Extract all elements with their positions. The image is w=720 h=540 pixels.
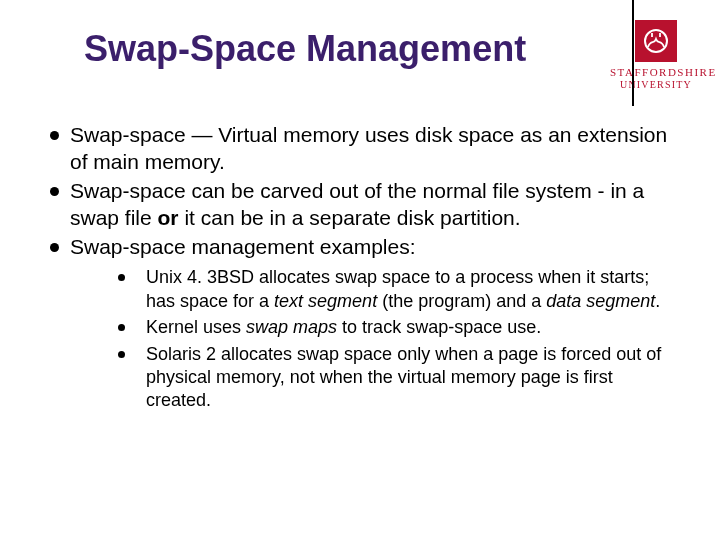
logo-line2: UNIVERSITY <box>610 79 702 91</box>
title-block: Swap-Space Management <box>84 28 604 70</box>
content-area: Swap-space — Virtual memory uses disk sp… <box>50 122 680 416</box>
sub-text-ital: data segment <box>546 291 655 311</box>
bullet-text: Swap-space — Virtual memory uses disk sp… <box>70 123 667 173</box>
sub-bullet-item: Solaris 2 allocates swap space only when… <box>118 343 680 413</box>
sub-text-seg: Solaris 2 allocates swap space only when… <box>146 344 661 411</box>
bullet-text-seg: it can be in a separate disk partition. <box>179 206 521 229</box>
bullet-item: Swap-space can be carved out of the norm… <box>50 178 680 232</box>
sub-bullet-list: Unix 4. 3BSD allocates swap space to a p… <box>118 266 680 412</box>
bullet-text-bold: or <box>158 206 179 229</box>
university-logo: STAFFORDSHIRE UNIVERSITY <box>610 20 702 90</box>
sub-text-seg: (the program) and a <box>377 291 546 311</box>
sub-bullet-item: Kernel uses swap maps to track swap-spac… <box>118 316 680 339</box>
sub-text-ital: text segment <box>274 291 377 311</box>
sub-text-ital: swap maps <box>246 317 337 337</box>
bullet-item: Swap-space — Virtual memory uses disk sp… <box>50 122 680 176</box>
logo-line1: STAFFORDSHIRE <box>610 66 702 79</box>
bullet-item: Swap-space management examples: Unix 4. … <box>50 234 680 413</box>
logo-emblem <box>635 20 677 62</box>
page-title: Swap-Space Management <box>84 28 604 70</box>
sub-text-seg: . <box>655 291 660 311</box>
logo-text: STAFFORDSHIRE UNIVERSITY <box>610 66 702 90</box>
sub-text-seg: to track swap-space use. <box>337 317 541 337</box>
bullet-list: Swap-space — Virtual memory uses disk sp… <box>50 122 680 413</box>
sub-text-seg: Kernel uses <box>146 317 246 337</box>
sub-bullet-item: Unix 4. 3BSD allocates swap space to a p… <box>118 266 680 313</box>
bullet-text: Swap-space management examples: <box>70 235 416 258</box>
